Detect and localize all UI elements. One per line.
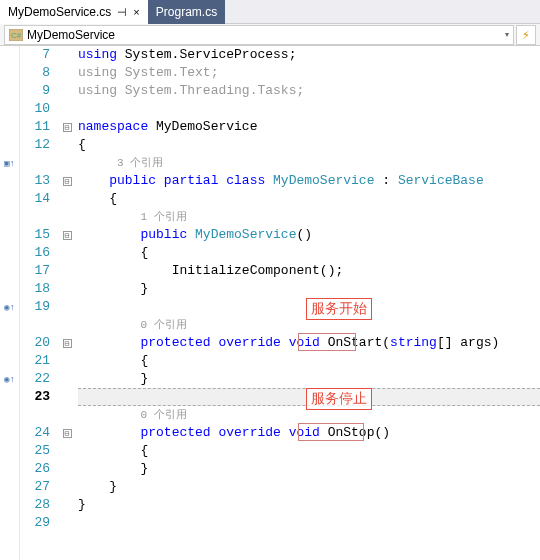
line-number: 28	[20, 496, 50, 514]
code-line: }	[78, 280, 540, 298]
events-button[interactable]: ⚡	[516, 25, 536, 45]
line-number	[20, 154, 50, 172]
code-line: 1 个引用	[78, 208, 540, 226]
code-line: using System.ServiceProcess;	[78, 46, 540, 64]
line-number: 9	[20, 82, 50, 100]
dropdown-label: MyDemoService	[27, 28, 115, 42]
close-icon[interactable]: ×	[133, 6, 139, 18]
code-line: }	[78, 496, 540, 514]
line-number: 10	[20, 100, 50, 118]
tab-label: MyDemoService.cs	[8, 5, 111, 19]
implement-glyph-icon[interactable]: ◉↑	[0, 370, 19, 388]
code-line: using System.Threading.Tasks;	[78, 82, 540, 100]
code-line: protected override void OnStop()	[78, 424, 540, 442]
fold-toggle[interactable]: ⊟	[63, 339, 72, 348]
line-number: 20	[20, 334, 50, 352]
code-line	[78, 100, 540, 118]
code-line: {	[78, 352, 540, 370]
line-number: 17	[20, 262, 50, 280]
line-number-gutter: 7 8 9 10 11 12 13 14 15 16 17 18 19 20 2…	[20, 46, 60, 560]
code-line: {	[78, 244, 540, 262]
code-line: 3 个引用	[78, 154, 540, 172]
line-number: 12	[20, 136, 50, 154]
reference-glyph-icon[interactable]: ▣↑	[0, 154, 19, 172]
code-line	[78, 514, 540, 532]
margin-column: ▣↑ ◉↑ ◉↑	[0, 46, 20, 560]
class-dropdown[interactable]: C# MyDemoService ▾	[4, 25, 514, 45]
chevron-down-icon: ▾	[505, 30, 509, 39]
tab-bar: MyDemoService.cs ⊣ × Program.cs	[0, 0, 540, 24]
line-number: 15	[20, 226, 50, 244]
line-number: 13	[20, 172, 50, 190]
code-line: protected override void OnStart(string[]…	[78, 334, 540, 352]
line-number	[20, 316, 50, 334]
fold-toggle[interactable]: ⊟	[63, 231, 72, 240]
codelens[interactable]: 1 个引用	[140, 211, 186, 223]
line-number: 8	[20, 64, 50, 82]
code-line: }	[78, 478, 540, 496]
code-line: InitializeComponent();	[78, 262, 540, 280]
code-line: }	[78, 370, 540, 388]
code-line: public MyDemoService()	[78, 226, 540, 244]
line-number: 25	[20, 442, 50, 460]
csharp-file-icon: C#	[9, 29, 23, 41]
line-number: 16	[20, 244, 50, 262]
codelens[interactable]: 0 个引用	[140, 409, 186, 421]
code-line: namespace MyDemoService	[78, 118, 540, 136]
line-number: 21	[20, 352, 50, 370]
svg-text:C#: C#	[11, 31, 22, 40]
fold-column: ⊟ ⊟ ⊟ ⊟ ⊟	[60, 46, 74, 560]
code-line: {	[78, 442, 540, 460]
tab-active[interactable]: MyDemoService.cs ⊣ ×	[0, 0, 148, 24]
line-number: 19	[20, 298, 50, 316]
line-number: 22	[20, 370, 50, 388]
implement-glyph-icon[interactable]: ◉↑	[0, 298, 19, 316]
line-number: 14	[20, 190, 50, 208]
fold-toggle[interactable]: ⊟	[63, 123, 72, 132]
codelens[interactable]: 3 个引用	[117, 157, 163, 169]
line-number	[20, 406, 50, 424]
code-editor[interactable]: ▣↑ ◉↑ ◉↑ 7 8 9 10 11 12 13 14 15 16 17 1…	[0, 46, 540, 560]
code-line: public partial class MyDemoService : Ser…	[78, 172, 540, 190]
code-line: using System.Text;	[78, 64, 540, 82]
fold-toggle[interactable]: ⊟	[63, 177, 72, 186]
code-line: }	[78, 460, 540, 478]
code-area[interactable]: using System.ServiceProcess; using Syste…	[74, 46, 540, 560]
annotation-start: 服务开始	[306, 298, 372, 320]
line-number: 27	[20, 478, 50, 496]
line-number: 29	[20, 514, 50, 532]
line-number: 24	[20, 424, 50, 442]
codelens[interactable]: 0 个引用	[140, 319, 186, 331]
tab-label: Program.cs	[156, 5, 217, 19]
line-number	[20, 208, 50, 226]
fold-toggle[interactable]: ⊟	[63, 429, 72, 438]
code-line: {	[78, 136, 540, 154]
nav-bar: C# MyDemoService ▾ ⚡	[0, 24, 540, 46]
line-number: 7	[20, 46, 50, 64]
pin-icon[interactable]: ⊣	[117, 6, 127, 19]
line-number: 18	[20, 280, 50, 298]
tab-inactive[interactable]: Program.cs	[148, 0, 225, 24]
lightning-icon: ⚡	[522, 27, 530, 43]
line-number: 23	[20, 388, 50, 406]
line-number: 11	[20, 118, 50, 136]
code-line: {	[78, 190, 540, 208]
line-number: 26	[20, 460, 50, 478]
annotation-stop: 服务停止	[306, 388, 372, 410]
